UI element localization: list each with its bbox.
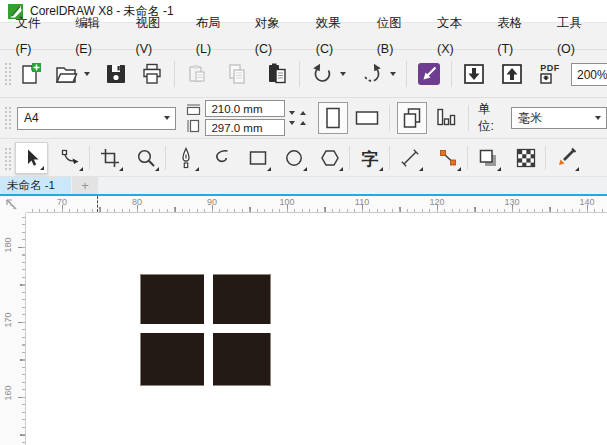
separator [299, 61, 300, 87]
search-content-button[interactable] [414, 59, 444, 89]
menu-effects[interactable]: 效果(C) [304, 10, 365, 62]
page-height-value: 297.0 mm [211, 122, 262, 134]
new-document-icon [17, 61, 43, 87]
tool-zoom[interactable] [129, 142, 162, 174]
menu-tools[interactable]: 工具(O) [545, 10, 607, 62]
page-width-icon [186, 103, 201, 115]
property-bar-grip[interactable] [3, 105, 12, 131]
pen-nib-icon [175, 147, 197, 169]
units-combobox[interactable]: 毫米 [511, 107, 607, 129]
eyedropper-icon [555, 147, 577, 169]
tool-crop[interactable] [93, 142, 126, 174]
hruler-label: 110 [355, 197, 369, 207]
tool-rectangle[interactable] [241, 142, 274, 174]
open-dropdown-icon[interactable] [84, 72, 90, 76]
ruler-position-marker [97, 196, 98, 212]
document-tab-label: 未命名 -1 [7, 178, 55, 193]
cut-button[interactable] [182, 59, 212, 89]
horizontal-ruler[interactable]: 70 80 90 100 110 120 130 140 [26, 196, 607, 213]
separator [451, 61, 452, 87]
tool-connector[interactable] [431, 142, 464, 174]
tool-drop-shadow[interactable] [471, 142, 504, 174]
open-button[interactable] [51, 59, 81, 89]
tool-pen[interactable] [169, 142, 202, 174]
vertical-ruler[interactable]: 180 170 160 [0, 213, 26, 445]
zoom-level-value: 200% [577, 68, 607, 82]
landscape-orientation-button[interactable] [352, 102, 382, 134]
pick-arrow-icon [21, 147, 43, 169]
tool-polygon[interactable] [313, 142, 346, 174]
plus-icon: + [81, 178, 89, 193]
vruler-label: 160 [3, 384, 13, 402]
menu-file[interactable]: 文件(F) [4, 10, 64, 62]
text-tool-glyph: 字 [361, 148, 378, 168]
tool-parallel-dimension[interactable] [393, 142, 426, 174]
menu-edit[interactable]: 编辑(E) [64, 10, 124, 62]
separator [389, 146, 390, 170]
export-button[interactable] [497, 59, 527, 89]
page-height-icon [186, 119, 201, 133]
copy-icon [224, 61, 250, 87]
import-icon [461, 61, 487, 87]
new-document-button[interactable] [15, 59, 45, 89]
redo-dropdown-icon[interactable] [390, 72, 396, 76]
black-rectangle-object[interactable] [140, 274, 271, 386]
paste-button[interactable] [262, 59, 292, 89]
all-pages-layout-button[interactable] [397, 102, 427, 134]
menu-view[interactable]: 视图(V) [124, 10, 184, 62]
import-button[interactable] [459, 59, 489, 89]
hruler-label: 100 [279, 197, 294, 207]
separator [349, 146, 350, 170]
drop-shadow-icon [477, 147, 499, 169]
separator [468, 105, 469, 131]
page-height-field[interactable]: 297.0 mm [205, 119, 285, 136]
separator [89, 146, 90, 170]
page-width-field[interactable]: 210.0 mm [205, 100, 285, 117]
page-dimensions-block: 210.0 mm 297.0 mm [186, 100, 306, 136]
search-content-icon [417, 62, 441, 86]
width-spin-down-icon[interactable] [289, 111, 295, 115]
page-size-combobox[interactable]: A4 [17, 107, 176, 130]
undo-button[interactable] [307, 59, 337, 89]
open-folder-icon [53, 61, 79, 87]
save-button[interactable] [101, 59, 131, 89]
undo-dropdown-icon[interactable] [340, 72, 346, 76]
menu-table[interactable]: 表格(T) [486, 10, 546, 62]
toolbox-grip[interactable] [3, 146, 12, 170]
copy-button[interactable] [222, 59, 252, 89]
print-button[interactable] [137, 59, 167, 89]
tool-color-eyedropper[interactable] [549, 142, 582, 174]
hruler-label: 140 [579, 197, 594, 207]
menu-layout[interactable]: 布局(L) [184, 10, 243, 62]
portrait-orientation-button[interactable] [318, 102, 348, 134]
chevron-down-icon [164, 116, 170, 120]
menu-bitmaps[interactable]: 位图(B) [365, 10, 425, 62]
tool-text[interactable]: 字 [353, 142, 386, 174]
height-spin-up-icon[interactable] [300, 121, 306, 125]
width-spin-up-icon[interactable] [300, 111, 306, 115]
cut-icon [184, 61, 210, 87]
menu-object[interactable]: 对象(C) [243, 10, 304, 62]
menu-bar: 文件(F) 编辑(E) 视图(V) 布局(L) 对象(C) 效果(C) 位图(B… [0, 22, 607, 49]
publish-pdf-button[interactable]: PDF [535, 59, 565, 89]
page-size-value: A4 [24, 111, 39, 125]
add-page-button[interactable]: + [72, 177, 98, 194]
toolbar-grip[interactable] [3, 61, 12, 87]
drawing-page[interactable] [27, 214, 607, 445]
connector-icon [437, 147, 459, 169]
redo-button[interactable] [357, 59, 387, 89]
zoom-level-combobox[interactable]: 200% [571, 63, 607, 86]
tool-freehand[interactable] [205, 142, 238, 174]
ruler-origin-corner[interactable] [0, 196, 26, 213]
tool-ellipse[interactable] [277, 142, 310, 174]
menu-text[interactable]: 文本(X) [425, 10, 485, 62]
tool-transparency[interactable] [509, 142, 542, 174]
all-pages-icon [400, 106, 424, 130]
current-page-layout-button[interactable] [431, 102, 461, 134]
document-tab-active[interactable]: 未命名 -1 [0, 177, 71, 194]
redo-icon [359, 61, 385, 87]
tool-shape[interactable] [53, 142, 86, 174]
height-spin-down-icon[interactable] [289, 121, 295, 125]
tool-pick[interactable] [15, 142, 48, 174]
export-icon [499, 61, 525, 87]
